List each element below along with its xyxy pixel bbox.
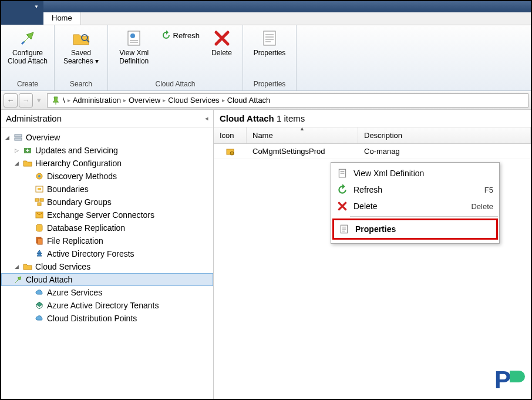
crumb[interactable]: Overview bbox=[129, 96, 160, 105]
properties-button[interactable]: Properties bbox=[248, 26, 291, 60]
ctx-delete[interactable]: Delete Delete bbox=[332, 198, 498, 214]
tree-node-overview[interactable]: ◢ Overview bbox=[1, 131, 213, 144]
group-label: Search bbox=[59, 79, 103, 89]
ctx-refresh[interactable]: Refresh F5 bbox=[332, 181, 498, 198]
svg-point-26 bbox=[230, 152, 234, 155]
updates-icon bbox=[23, 146, 32, 155]
menu-divider bbox=[350, 216, 498, 217]
column-description[interactable]: Description bbox=[358, 127, 531, 143]
tree-node-discovery[interactable]: Discovery Methods bbox=[1, 170, 213, 183]
node-label: Discovery Methods bbox=[47, 172, 117, 181]
cloud-icon bbox=[35, 314, 44, 323]
node-label: Database Replication bbox=[47, 223, 125, 233]
collapse-tree-button[interactable]: ◂ bbox=[205, 115, 208, 122]
button-label: View Xml Definition bbox=[119, 49, 149, 66]
tree-node-cloud-attach[interactable]: Cloud Attach bbox=[1, 273, 213, 286]
menu-label: View Xml Definition bbox=[353, 169, 493, 178]
expander-open-icon[interactable]: ◢ bbox=[4, 135, 11, 140]
tree-node-updates[interactable]: ▷ Updates and Servicing bbox=[1, 144, 213, 157]
breadcrumb[interactable]: \ ▸ Administration ▸ Overview ▸ Cloud Se… bbox=[47, 93, 528, 107]
svg-rect-2 bbox=[128, 31, 140, 45]
properties-icon bbox=[339, 224, 349, 234]
node-label: Hierarchy Configuration bbox=[35, 159, 122, 168]
tree-node-cloud-dist-points[interactable]: Cloud Distribution Points bbox=[1, 312, 213, 325]
node-label: Cloud Distribution Points bbox=[47, 314, 137, 323]
saved-searches-button[interactable]: Saved Searches ▾ bbox=[59, 26, 103, 68]
folder-icon bbox=[23, 262, 32, 271]
column-name[interactable]: ▲ Name bbox=[247, 127, 358, 143]
node-label: Cloud Services bbox=[35, 262, 90, 271]
chevron-right-icon: ▸ bbox=[68, 97, 70, 103]
folder-search-icon bbox=[72, 29, 90, 48]
sort-ascending-icon: ▲ bbox=[299, 126, 305, 132]
button-label: Delete bbox=[211, 49, 232, 58]
refresh-icon bbox=[161, 31, 171, 40]
node-label: Azure Active Directory Tenants bbox=[47, 301, 159, 310]
cloud-attach-icon bbox=[14, 275, 23, 284]
app-menu[interactable]: ▼ bbox=[1, 1, 43, 12]
cell-description: Co-manag bbox=[358, 144, 406, 159]
menu-shortcut: Delete bbox=[471, 202, 493, 211]
view-xml-definition-button[interactable]: View Xml Definition bbox=[113, 26, 156, 68]
ribbon: Configure Cloud Attach Create Saved Sear… bbox=[1, 25, 531, 91]
tree-node-cloud-services[interactable]: ◢ Cloud Services bbox=[1, 260, 213, 273]
tree-node-boundaries[interactable]: Boundaries bbox=[1, 183, 213, 196]
history-dropdown[interactable]: ▾ bbox=[34, 93, 43, 107]
tree-node-exchange[interactable]: Exchange Server Connectors bbox=[1, 209, 213, 221]
crumb[interactable]: Cloud Attach bbox=[227, 96, 271, 105]
forward-button[interactable]: → bbox=[19, 93, 33, 107]
crumb[interactable]: Cloud Services bbox=[168, 96, 219, 105]
svg-point-15 bbox=[38, 175, 41, 177]
back-button[interactable]: ← bbox=[4, 93, 18, 107]
node-label: Boundaries bbox=[47, 184, 89, 194]
expander-open-icon[interactable]: ◢ bbox=[13, 264, 20, 270]
title-bar: ▼ bbox=[1, 1, 531, 12]
content-area: Administration ◂ ◢ Overview ▷ Updates an… bbox=[1, 110, 531, 399]
expander-open-icon[interactable]: ◢ bbox=[13, 160, 20, 166]
tree-node-ad-forests[interactable]: Active Directory Forests bbox=[1, 247, 213, 260]
tree-node-azure-services[interactable]: Azure Services bbox=[1, 286, 213, 299]
watermark-logo: P bbox=[492, 362, 525, 395]
column-label: Name bbox=[252, 131, 273, 140]
breadcrumb-bar: ← → ▾ \ ▸ Administration ▸ Overview ▸ Cl… bbox=[1, 91, 531, 110]
tab-spacer bbox=[1, 12, 43, 25]
group-label: Create bbox=[6, 79, 49, 89]
node-label: File Replication bbox=[47, 236, 103, 246]
ribbon-group-search: Saved Searches ▾ Search bbox=[55, 25, 108, 90]
tree-node-file-replication[interactable]: File Replication bbox=[1, 234, 213, 247]
tree-body: ◢ Overview ▷ Updates and Servicing ◢ Hie… bbox=[1, 127, 213, 328]
table-row[interactable]: CoMgmtSettingsProd Co-manag bbox=[214, 144, 531, 159]
ribbon-group-cloud-attach: View Xml Definition Refresh Delete Cloud… bbox=[108, 25, 243, 90]
column-icon[interactable]: Icon bbox=[214, 127, 247, 143]
expander-closed-icon[interactable]: ▷ bbox=[13, 147, 20, 153]
svg-rect-18 bbox=[35, 199, 39, 201]
svg-text:P: P bbox=[494, 366, 511, 394]
menu-label: Refresh bbox=[353, 185, 479, 194]
tree-node-aad-tenants[interactable]: Azure Active Directory Tenants bbox=[1, 299, 213, 312]
discovery-icon bbox=[35, 172, 44, 181]
node-label: Azure Services bbox=[47, 288, 102, 297]
delete-button[interactable]: Delete bbox=[206, 26, 238, 60]
crumb[interactable]: Administration bbox=[73, 96, 121, 105]
grid-header: Icon ▲ Name Description bbox=[214, 127, 531, 144]
tab-home[interactable]: Home bbox=[43, 12, 81, 25]
tree-title: Administration ◂ bbox=[1, 110, 213, 127]
folder-icon bbox=[23, 159, 32, 168]
node-label: Overview bbox=[26, 133, 60, 142]
xml-doc-icon bbox=[337, 168, 348, 179]
settings-package-icon bbox=[225, 147, 235, 156]
chevron-right-icon: ▸ bbox=[123, 97, 126, 103]
ctx-view-xml[interactable]: View Xml Definition bbox=[332, 165, 498, 181]
tree-node-boundary-groups[interactable]: Boundary Groups bbox=[1, 196, 213, 209]
svg-rect-24 bbox=[38, 238, 42, 244]
list-title-count: 1 items bbox=[277, 113, 305, 123]
ctx-properties[interactable]: Properties bbox=[332, 219, 498, 240]
button-label: Properties bbox=[254, 49, 286, 58]
properties-icon bbox=[260, 29, 279, 48]
refresh-button[interactable]: Refresh bbox=[159, 29, 203, 42]
chevron-right-icon: ▸ bbox=[222, 97, 225, 103]
tree-node-hierarchy[interactable]: ◢ Hierarchy Configuration bbox=[1, 157, 213, 170]
tree-node-db-replication[interactable]: Database Replication bbox=[1, 221, 213, 234]
svg-rect-6 bbox=[264, 31, 275, 45]
configure-cloud-attach-button[interactable]: Configure Cloud Attach bbox=[6, 26, 49, 68]
